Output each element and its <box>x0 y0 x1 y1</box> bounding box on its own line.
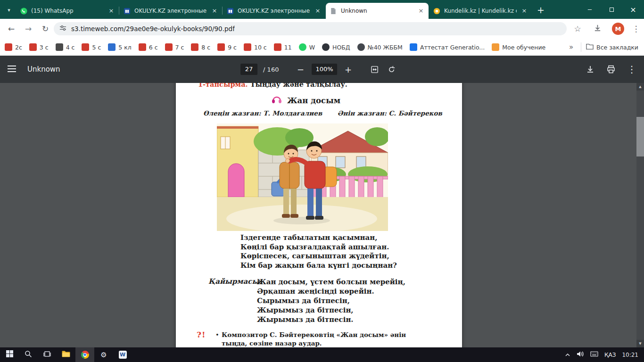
scroll-down-button[interactable]: ▼ <box>636 340 644 347</box>
bookmark-icon <box>357 43 365 51</box>
tab-unknown-active[interactable]: Unknown × <box>326 3 429 19</box>
tab-strip: ▾ (15) WhatsApp × OKULYK.KZ электронные … <box>0 0 644 19</box>
tab-okulyk-2[interactable]: OKULYK.KZ электронные уч × <box>223 3 325 19</box>
bookmark-item[interactable]: 5 кл <box>108 43 131 51</box>
tray-expand-button[interactable] <box>565 352 570 358</box>
bookmark-item[interactable]: 4 с <box>56 43 75 51</box>
bookmark-item[interactable]: 10 с <box>244 43 267 51</box>
bookmark-item[interactable]: 11 <box>274 43 292 51</box>
music-author: Әнін жазған: С. Бәйтереков <box>338 109 442 117</box>
minimize-icon: ─ <box>588 6 592 13</box>
file-explorer-button[interactable] <box>57 347 75 362</box>
reload-icon: ↻ <box>42 24 49 33</box>
start-button[interactable] <box>0 347 19 362</box>
bookmarks-overflow-button[interactable]: » <box>566 43 576 51</box>
tab-close-icon[interactable]: × <box>417 7 425 15</box>
pdf-more-button[interactable]: ⋮ <box>626 64 637 75</box>
scroll-up-button[interactable]: ▲ <box>636 83 644 90</box>
word-taskbar-button[interactable]: W <box>113 347 132 362</box>
rotate-button[interactable] <box>386 64 397 75</box>
verse-line: Көңілі бар қызғалдақтай ашылған. <box>240 243 397 252</box>
pdf-action-buttons: ⋮ <box>585 56 637 83</box>
language-indicator[interactable]: ҚАЗ <box>604 352 616 358</box>
pdf-menu-button[interactable] <box>8 66 16 72</box>
bookmark-item[interactable]: 7 с <box>165 43 184 51</box>
verse-line: Кім бар жақын бала күнгі досыңнан? <box>240 261 397 271</box>
browser-menu-button[interactable]: ⋮ <box>630 23 642 35</box>
bookmark-icon <box>191 43 198 51</box>
clock[interactable]: 10:21 <box>622 352 638 358</box>
bookmark-icon <box>410 43 417 51</box>
kebab-menu-icon: ⋮ <box>632 24 640 33</box>
scrollbar-thumb[interactable] <box>636 117 644 156</box>
bookmark-star-button[interactable]: ☆ <box>571 23 584 35</box>
plus-icon: + <box>537 5 545 15</box>
bookmarks-bar: 2с 3 с 4 с 5 с 5 кл 6 с 7 с 8 с 9 с 10 с… <box>0 39 644 56</box>
gear-icon: ⚙ <box>100 351 107 359</box>
bookmark-item-whatsapp[interactable]: W <box>299 43 315 51</box>
pdf-scrollbar[interactable]: ▲ ▼ <box>636 83 644 347</box>
bookmark-icon <box>82 43 89 51</box>
settings-taskbar-button[interactable]: ⚙ <box>94 347 113 362</box>
chorus-label: Қайырмасы: <box>208 277 262 286</box>
tab-close-icon[interactable]: × <box>107 7 115 15</box>
task-view-button[interactable] <box>38 347 57 362</box>
forward-button[interactable]: → <box>22 23 35 35</box>
fit-page-button[interactable] <box>369 64 380 75</box>
profile-avatar[interactable]: M <box>612 23 624 35</box>
downloads-button[interactable] <box>591 23 603 35</box>
folder-icon <box>586 43 594 51</box>
chorus-line: Жан досым, үстем болсын мерейің, <box>257 277 405 287</box>
back-button[interactable]: ← <box>5 23 18 35</box>
tab-close-icon[interactable]: × <box>314 7 322 15</box>
tab-kundelik[interactable]: Kundelik.kz | Kundelik.kz сай × <box>429 3 532 19</box>
bookmark-label: 2с <box>15 44 22 51</box>
divider <box>581 42 581 52</box>
bookmark-item[interactable]: 6 с <box>139 43 158 51</box>
bullet: • <box>215 331 219 338</box>
bookmark-item[interactable]: НОБД <box>322 43 350 51</box>
new-tab-button[interactable]: + <box>535 4 547 16</box>
zoom-out-button[interactable]: − <box>295 64 306 75</box>
close-icon: × <box>630 5 636 14</box>
volume-button[interactable] <box>577 351 584 359</box>
pdf-download-button[interactable] <box>585 64 596 75</box>
tab-close-icon[interactable]: × <box>520 7 528 15</box>
bookmark-item[interactable]: 9 с <box>217 43 237 51</box>
windows-taskbar: ⚙ W ҚАЗ 10:21 <box>0 347 644 362</box>
task-view-icon <box>43 350 51 360</box>
bookmark-icon <box>5 43 12 51</box>
all-bookmarks-button[interactable]: Все закладки <box>586 43 641 51</box>
chevron-up-icon <box>565 352 570 358</box>
bookmark-item[interactable]: Мое обучение <box>492 43 545 51</box>
tab-close-icon[interactable]: × <box>211 7 218 15</box>
song-title: Жан досым <box>287 96 340 105</box>
bookmark-item[interactable]: №40 ЖББМ <box>357 43 403 51</box>
pdf-print-button[interactable] <box>605 64 617 75</box>
star-icon: ☆ <box>574 24 581 33</box>
bookmark-item[interactable]: 2с <box>5 43 22 51</box>
bookmark-item[interactable]: 3 с <box>29 43 49 51</box>
bookmark-item[interactable]: 5 с <box>82 43 101 51</box>
window-minimize-button[interactable]: ─ <box>579 0 601 19</box>
window-maximize-button[interactable] <box>601 0 622 19</box>
bookmark-item[interactable]: Аттестат Generatio... <box>410 43 485 51</box>
zoom-in-button[interactable]: + <box>343 64 354 75</box>
bookmarks-right-cluster: » Все закладки <box>566 39 641 56</box>
window-close-button[interactable]: × <box>622 0 644 19</box>
tab-whatsapp[interactable]: (15) WhatsApp × <box>16 3 119 19</box>
tab-title: OKULYK.KZ электронные уч <box>238 8 310 14</box>
bookmark-icon <box>492 43 499 51</box>
page-number-input[interactable]: 27 <box>240 64 257 75</box>
tab-search-button[interactable]: ▾ <box>4 5 14 15</box>
chrome-taskbar-button[interactable] <box>75 347 94 362</box>
song-heading: Жан досым <box>176 95 436 106</box>
headphones-icon <box>271 95 282 106</box>
taskbar-search-button[interactable] <box>19 347 38 362</box>
reload-button[interactable]: ↻ <box>39 23 52 35</box>
pdf-document-icon <box>330 7 337 15</box>
tab-okulyk-1[interactable]: OKULYK.KZ электронные уч × <box>119 3 222 19</box>
url-bar[interactable]: s3.timeweb.com/29ae0e9e-okulyk-books/90/… <box>54 22 567 35</box>
bookmark-item[interactable]: 8 с <box>191 43 210 51</box>
touch-keyboard-button[interactable] <box>590 351 598 358</box>
